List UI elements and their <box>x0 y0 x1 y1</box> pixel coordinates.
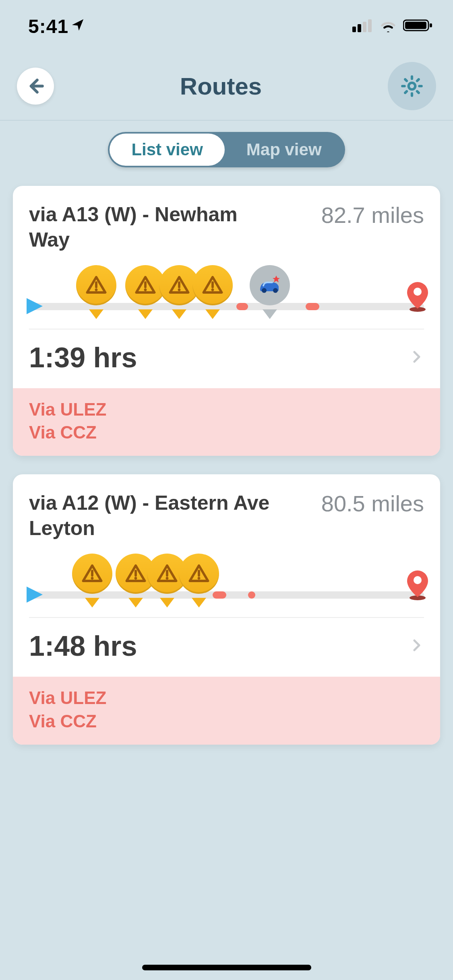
route-warning-line: Via ULEZ <box>29 398 424 421</box>
status-time-group: 5:41 <box>28 15 85 37</box>
nav-header: Routes <box>0 52 453 121</box>
svg-point-13 <box>178 288 180 291</box>
svg-rect-0 <box>352 27 356 32</box>
svg-point-9 <box>95 288 97 291</box>
arrow-left-icon <box>25 76 46 97</box>
home-indicator <box>142 965 311 970</box>
settings-button[interactable] <box>388 62 436 110</box>
status-bar: 5:41 <box>0 0 453 52</box>
route-duration: 1:48 hrs <box>29 630 137 662</box>
svg-point-11 <box>144 288 147 291</box>
route-name: via A13 (W) - Newham Way <box>29 202 279 252</box>
tab-map-view[interactable]: Map view <box>225 134 343 166</box>
view-toggle-wrap: List view Map view <box>0 121 453 186</box>
svg-rect-1 <box>358 24 361 32</box>
hazard-warning-icon <box>72 554 112 602</box>
traffic-segment <box>236 303 248 310</box>
route-card-head: via A12 (W) - Eastern Ave Leyton 80.5 mi… <box>13 474 440 549</box>
svg-point-30 <box>414 576 422 584</box>
view-toggle: List view Map view <box>108 132 345 167</box>
svg-point-15 <box>211 288 214 291</box>
status-time: 5:41 <box>28 15 68 37</box>
battery-icon <box>403 19 433 34</box>
route-warning-line: Via CCZ <box>29 421 424 444</box>
hazard-warning-icon <box>179 554 219 602</box>
destination-icon <box>405 281 430 314</box>
svg-rect-3 <box>368 19 372 32</box>
tab-list-view[interactable]: List view <box>110 134 224 166</box>
svg-point-16 <box>262 288 267 293</box>
page-title: Routes <box>180 72 262 100</box>
location-services-icon <box>71 17 85 35</box>
route-card-head: via A13 (W) - Newham Way 82.7 miles <box>13 186 440 260</box>
route-distance: 80.5 miles <box>321 490 424 517</box>
start-icon <box>27 298 43 314</box>
route-warning-banner: Via ULEZ Via CCZ <box>13 677 440 744</box>
route-distance: 82.7 miles <box>321 202 424 228</box>
gear-icon <box>399 74 424 99</box>
route-time-row[interactable]: 1:39 hrs <box>13 329 440 388</box>
chevron-right-icon <box>410 350 424 366</box>
svg-point-24 <box>134 577 137 580</box>
route-name: via A12 (W) - Eastern Ave Leyton <box>29 490 279 541</box>
traffic-segment <box>306 303 319 310</box>
route-warning-banner: Via ULEZ Via CCZ <box>13 388 440 456</box>
wifi-icon <box>379 19 397 34</box>
svg-point-28 <box>197 577 200 580</box>
route-card[interactable]: via A12 (W) - Eastern Ave Leyton 80.5 mi… <box>13 474 440 744</box>
start-icon <box>27 587 43 603</box>
svg-rect-5 <box>405 22 426 29</box>
back-button[interactable] <box>17 68 54 105</box>
route-time-row[interactable]: 1:48 hrs <box>13 618 440 677</box>
status-right <box>352 19 433 34</box>
destination-icon <box>405 570 430 603</box>
route-list: via A13 (W) - Newham Way 82.7 miles <box>0 186 453 745</box>
svg-rect-6 <box>430 23 432 27</box>
svg-marker-18 <box>273 276 280 282</box>
svg-point-26 <box>166 577 169 580</box>
svg-rect-2 <box>363 22 366 32</box>
svg-point-7 <box>409 83 416 90</box>
chevron-right-icon <box>410 638 424 654</box>
hazard-accident-icon <box>250 265 290 313</box>
route-duration: 1:39 hrs <box>29 342 137 374</box>
route-warning-line: Via ULEZ <box>29 686 424 709</box>
route-timeline <box>29 264 424 325</box>
svg-point-17 <box>273 288 278 293</box>
svg-point-22 <box>91 577 94 580</box>
cellular-signal-icon <box>352 19 373 34</box>
route-timeline <box>29 553 424 613</box>
hazard-warning-icon <box>192 265 233 313</box>
route-card[interactable]: via A13 (W) - Newham Way 82.7 miles <box>13 186 440 456</box>
route-warning-line: Via CCZ <box>29 710 424 733</box>
hazard-warning-icon <box>76 265 116 313</box>
svg-point-20 <box>414 288 422 296</box>
